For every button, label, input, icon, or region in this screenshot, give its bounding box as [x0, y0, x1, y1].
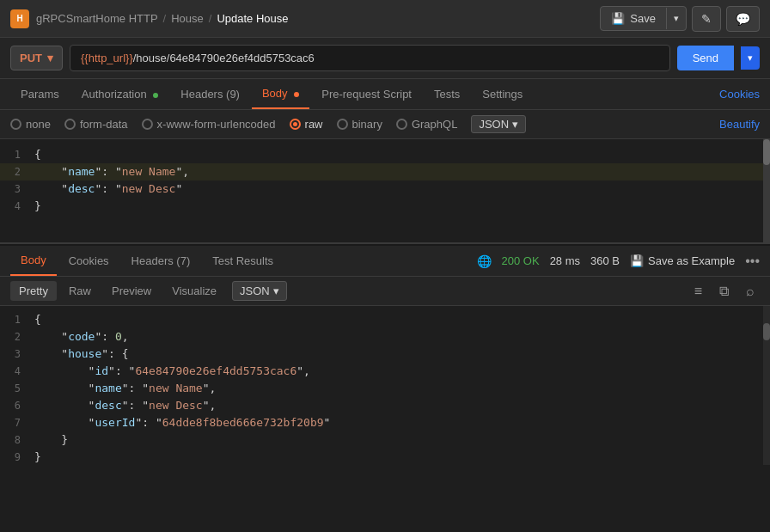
save-button-group: 💾 Save ▾: [600, 6, 687, 31]
save-icon: 💾: [611, 12, 625, 25]
method-select[interactable]: PUT ▾: [10, 46, 63, 70]
resp-tab-test-results[interactable]: Test Results: [202, 247, 284, 275]
authorization-dot: [153, 93, 158, 98]
resp-content-8: }: [34, 431, 770, 449]
option-form-data[interactable]: form-data: [64, 118, 128, 131]
response-scrollbar-thumb: [763, 323, 770, 340]
response-tabs: Body Cookies Headers (7) Test Results 🌐 …: [0, 246, 770, 277]
resp-linenum-7: 7: [0, 414, 34, 431]
radio-none: [10, 119, 21, 130]
resp-linenum-5: 5: [0, 380, 34, 397]
method-chevron: ▾: [47, 52, 53, 64]
response-format-chevron: ▾: [273, 284, 279, 297]
app-icon: H: [10, 9, 29, 28]
resp-linenum-3: 3: [0, 345, 34, 363]
edit-button[interactable]: ✎: [692, 6, 721, 32]
resp-tab-body[interactable]: Body: [10, 246, 57, 276]
url-path: /house/64e84790e26ef4dd5753cac6: [133, 52, 315, 64]
breadcrumb: gRPCSmartHome HTTP / House / Update Hous…: [36, 12, 289, 25]
resp-linenum-6: 6: [0, 397, 34, 414]
method-label: PUT: [20, 52, 42, 64]
body-options-right: Beautify: [719, 118, 760, 131]
req-content-3: "desc": "new Desc": [34, 180, 770, 198]
response-status: 200 OK: [502, 254, 540, 267]
resp-tab-cookies[interactable]: Cookies: [58, 247, 119, 275]
body-options: none form-data x-www-form-urlencoded raw…: [0, 110, 770, 139]
req-linenum-1: 1: [0, 146, 34, 163]
response-scrollbar[interactable]: [763, 306, 770, 465]
save-example-button[interactable]: 💾 Save as Example: [630, 254, 735, 267]
resp-line-3: 3 "house": {: [0, 345, 770, 363]
filter-button[interactable]: ≡: [689, 282, 707, 301]
tab-headers[interactable]: Headers (9): [170, 80, 250, 108]
more-options-button[interactable]: •••: [745, 254, 760, 269]
breadcrumb-current: Update House: [217, 12, 288, 25]
send-dropdown-button[interactable]: ▾: [741, 46, 760, 70]
resp-content-9: }: [34, 449, 770, 465]
resp-line-4: 4 "id": "64e84790e26ef4dd5753cac6",: [0, 363, 770, 380]
beautify-button[interactable]: Beautify: [719, 118, 760, 131]
req-content-2: "name": "new Name",: [34, 163, 770, 180]
option-graphql[interactable]: GraphQL: [396, 118, 457, 131]
response-time: 28 ms: [550, 254, 580, 267]
request-scrollbar[interactable]: [763, 139, 770, 242]
req-line-2: 2 "name": "new Name",: [0, 163, 770, 180]
title-bar-left: H gRPCSmartHome HTTP / House / Update Ho…: [10, 9, 289, 28]
req-line-3: 3 "desc": "new Desc": [0, 180, 770, 198]
url-variable: {{http_url}}: [81, 52, 133, 64]
radio-binary: [337, 119, 348, 130]
body-dot: [294, 92, 299, 97]
option-raw[interactable]: raw: [290, 118, 323, 131]
request-body-editor[interactable]: 1 { 2 "name": "new Name", 3 "desc": "new…: [0, 139, 770, 242]
comment-button[interactable]: 💬: [726, 6, 760, 32]
fmt-tab-preview[interactable]: Preview: [103, 281, 160, 301]
option-binary[interactable]: binary: [337, 118, 382, 131]
fmt-tab-pretty[interactable]: Pretty: [10, 281, 57, 301]
req-line-4: 4 }: [0, 198, 770, 215]
json-type-chevron: ▾: [512, 118, 518, 131]
breadcrumb-sep1: /: [163, 12, 167, 25]
request-tabs: Params Authorization Headers (9) Body Pr…: [0, 79, 770, 110]
resp-line-6: 6 "desc": "new Desc",: [0, 397, 770, 414]
tab-settings[interactable]: Settings: [472, 80, 533, 108]
resp-line-9: 9 }: [0, 449, 770, 465]
option-graphql-label: GraphQL: [412, 118, 457, 131]
copy-button[interactable]: ⧉: [714, 282, 734, 301]
request-scrollbar-thumb: [763, 139, 770, 165]
option-none[interactable]: none: [10, 118, 51, 131]
fmt-tab-visualize[interactable]: Visualize: [163, 281, 225, 301]
resp-linenum-2: 2: [0, 328, 34, 345]
resp-line-8: 8 }: [0, 431, 770, 449]
resp-line-1: 1 {: [0, 311, 770, 328]
response-size: 360 B: [590, 254, 620, 267]
radio-raw: [290, 119, 301, 130]
save-label: Save: [630, 12, 656, 25]
resp-line-5: 5 "name": "new Name",: [0, 380, 770, 397]
resp-line-2: 2 "code": 0,: [0, 328, 770, 345]
globe-icon: 🌐: [477, 254, 492, 268]
url-input[interactable]: {{http_url}} /house/64e84790e26ef4dd5753…: [70, 45, 670, 71]
resp-linenum-4: 4: [0, 363, 34, 380]
tab-pre-request[interactable]: Pre-request Script: [311, 80, 422, 108]
tab-authorization[interactable]: Authorization: [71, 80, 169, 108]
search-button[interactable]: ⌕: [741, 282, 760, 301]
option-urlencoded-label: x-www-form-urlencoded: [157, 118, 276, 131]
tab-params[interactable]: Params: [10, 80, 70, 108]
cookies-link[interactable]: Cookies: [719, 80, 760, 108]
tab-tests[interactable]: Tests: [424, 80, 470, 108]
breadcrumb-sep2: /: [209, 12, 212, 25]
save-button[interactable]: 💾 Save: [601, 7, 666, 30]
resp-content-5: "name": "new Name",: [34, 380, 770, 397]
response-format-select[interactable]: JSON ▾: [232, 281, 287, 301]
fmt-tab-raw[interactable]: Raw: [60, 281, 100, 301]
json-type-select[interactable]: JSON ▾: [471, 115, 526, 133]
resp-tab-headers[interactable]: Headers (7): [121, 247, 201, 275]
send-button[interactable]: Send: [677, 46, 734, 70]
radio-graphql: [396, 119, 407, 130]
option-urlencoded[interactable]: x-www-form-urlencoded: [142, 118, 276, 131]
option-binary-label: binary: [352, 118, 382, 131]
save-dropdown-button[interactable]: ▾: [666, 8, 686, 29]
tab-body[interactable]: Body: [252, 79, 309, 109]
resp-content-6: "desc": "new Desc",: [34, 397, 770, 414]
req-linenum-4: 4: [0, 198, 34, 215]
